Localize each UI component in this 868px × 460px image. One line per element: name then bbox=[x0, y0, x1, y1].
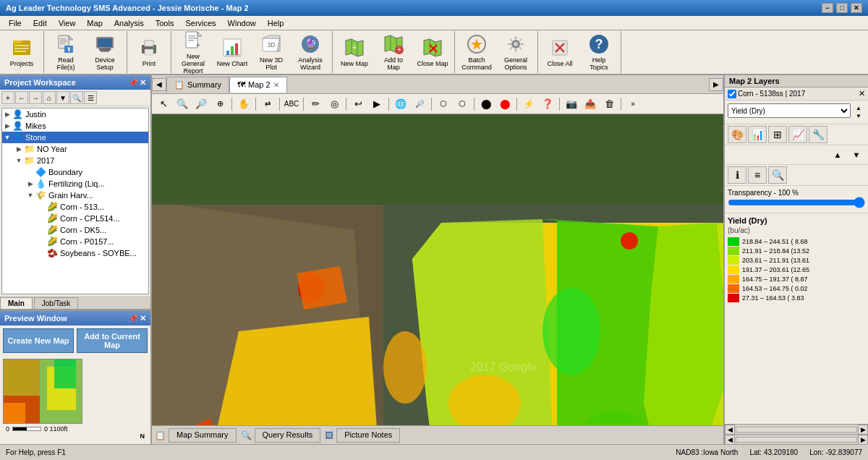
tree-item-boundary[interactable]: 🔷 Boundary bbox=[2, 166, 148, 178]
tree-forward-btn[interactable]: → bbox=[29, 91, 42, 104]
menu-tools[interactable]: Tools bbox=[150, 17, 180, 29]
tree-filter2-btn[interactable]: 🔍 bbox=[70, 91, 83, 104]
tree-item-grain-harv[interactable]: ▼ 🌾 Grain Harv... bbox=[2, 189, 148, 201]
layer-close-icon[interactable]: ✕ bbox=[859, 89, 865, 98]
query-results-tab[interactable]: Query Results bbox=[255, 428, 321, 443]
close-all-button[interactable]: Close All bbox=[541, 32, 579, 72]
map-summary-tab[interactable]: Map Summary bbox=[169, 428, 237, 443]
tab-job-task[interactable]: Job/Task bbox=[34, 297, 78, 309]
layer-arrow-up[interactable]: ▲ bbox=[829, 147, 846, 163]
lightning-tool[interactable]: ⚡ bbox=[520, 96, 537, 112]
batch-command-button[interactable]: Batch Command bbox=[458, 32, 495, 72]
close-window-button[interactable]: ✕ bbox=[851, 3, 862, 13]
project-tree[interactable]: ▶ 👤 Justin ▶ 👤 Mikes ▼ 👤 Stone ▶ 📁 NO Ye… bbox=[1, 108, 149, 294]
minimize-button[interactable]: − bbox=[822, 3, 833, 13]
device-setup-button[interactable]: Device Setup bbox=[86, 32, 124, 72]
layer-type-select[interactable]: Yield (Dry) bbox=[728, 103, 851, 118]
menu-help[interactable]: Help bbox=[262, 17, 290, 29]
label-tool[interactable]: ABC bbox=[283, 96, 300, 112]
tree-item-mikes[interactable]: ▶ 👤 Mikes bbox=[2, 120, 148, 132]
hscroll-track[interactable] bbox=[736, 427, 857, 433]
new-map-button[interactable]: + New Map bbox=[336, 32, 373, 72]
zoom-in-tool[interactable]: 🔍 bbox=[174, 96, 191, 112]
tree-item-soybeans[interactable]: 🫘 Soybeans - SOYBE... bbox=[2, 247, 148, 259]
pan-tool[interactable]: ✋ bbox=[235, 96, 252, 112]
more-tools[interactable]: » bbox=[624, 96, 642, 112]
project-workspace-close-icon[interactable]: ✕ bbox=[140, 78, 146, 88]
layer-scroll-up[interactable]: ▲ bbox=[852, 104, 865, 112]
analysis-wizard-button[interactable]: 🔮 Analysis Wizard bbox=[292, 32, 329, 72]
help-topics-button[interactable]: ? Help Topics bbox=[580, 32, 618, 72]
close-map-button[interactable]: Close Map bbox=[414, 32, 451, 72]
preview-close-icon[interactable]: ✕ bbox=[140, 314, 146, 323]
draw-tool[interactable]: ✏ bbox=[307, 96, 324, 112]
layer-chart-btn[interactable]: 📊 bbox=[748, 126, 767, 143]
redo-tool[interactable]: ▶ bbox=[368, 96, 386, 112]
map2-tab[interactable]: 🗺 Map 2 ✕ bbox=[229, 77, 287, 93]
menu-services[interactable]: Services bbox=[179, 17, 221, 29]
layer-list-btn[interactable]: ≡ bbox=[748, 166, 767, 184]
transparency-slider[interactable] bbox=[728, 197, 865, 208]
layer-zoom-btn[interactable]: 🔍 bbox=[768, 166, 787, 184]
export-tool[interactable]: 📤 bbox=[582, 96, 599, 112]
zoom-out-tool[interactable]: 🔎 bbox=[192, 96, 210, 112]
read-files-button[interactable]: ⬆ Read File(s) bbox=[47, 32, 85, 72]
map-view[interactable]: 2017 Google 0 180ft N 1 bbox=[152, 114, 723, 425]
tree-item-stone[interactable]: ▼ 👤 Stone bbox=[2, 132, 148, 143]
layer-grid-btn[interactable]: ⊞ bbox=[768, 126, 787, 143]
general-options-button[interactable]: General Options bbox=[497, 32, 535, 72]
new-chart-button[interactable]: New Chart bbox=[213, 32, 251, 72]
tree-item-corn-513[interactable]: 🌽 Corn - 513... bbox=[2, 201, 148, 213]
menu-view[interactable]: View bbox=[53, 17, 82, 29]
tab-main[interactable]: Main bbox=[0, 297, 33, 309]
tab-nav-right[interactable]: ▶ bbox=[709, 78, 723, 91]
delete-tool[interactable]: 🗑 bbox=[600, 96, 618, 112]
menu-map[interactable]: Map bbox=[81, 17, 108, 29]
help-tool[interactable]: ❓ bbox=[539, 96, 556, 112]
layer-visibility-checkbox[interactable] bbox=[728, 90, 736, 98]
layer-info-btn[interactable]: ℹ bbox=[728, 166, 746, 184]
tree-list-btn[interactable]: ☰ bbox=[84, 91, 97, 104]
hex-tool-1[interactable]: ⬡ bbox=[435, 96, 452, 112]
picture-notes-tab[interactable]: Picture Notes bbox=[336, 428, 400, 443]
menu-analysis[interactable]: Analysis bbox=[109, 17, 150, 29]
map2-tab-close[interactable]: ✕ bbox=[273, 81, 279, 89]
add-to-current-map-button[interactable]: Add to Current Map bbox=[77, 328, 148, 353]
tree-item-2017[interactable]: ▼ 📁 2017 bbox=[2, 155, 148, 166]
create-new-map-button[interactable]: Create New Map bbox=[3, 328, 74, 353]
hscroll-left[interactable]: ◀ bbox=[725, 425, 735, 435]
layer-bar-chart-btn[interactable]: 📈 bbox=[788, 126, 807, 143]
snapshot-tool[interactable]: 📷 bbox=[563, 96, 580, 112]
zoom-rect-tool[interactable]: ⊕ bbox=[211, 96, 229, 112]
hscroll2-left[interactable]: ◀ bbox=[725, 435, 735, 445]
menu-edit[interactable]: Edit bbox=[27, 17, 53, 29]
maximize-button[interactable]: □ bbox=[836, 3, 848, 13]
layer-palette-btn[interactable]: 🎨 bbox=[728, 126, 746, 143]
layer-filter-btn[interactable]: 🔧 bbox=[809, 126, 827, 143]
tree-item-corn-p0157[interactable]: 🌽 Corn - P0157... bbox=[2, 236, 148, 247]
new-general-report-button[interactable]: + New GeneralReport bbox=[174, 32, 212, 72]
add-to-map-button[interactable]: + Add to Map bbox=[375, 32, 412, 72]
tree-item-corn-cpl514[interactable]: 🌽 Corn - CPL514... bbox=[2, 213, 148, 224]
tree-new-btn[interactable]: + bbox=[1, 91, 14, 104]
hscroll2-right[interactable]: ▶ bbox=[858, 435, 868, 445]
preview-pin-icon[interactable]: 📌 bbox=[128, 314, 138, 323]
polygon-tool[interactable]: ◎ bbox=[326, 96, 343, 112]
tab-nav-left[interactable]: ◀ bbox=[152, 78, 166, 91]
undo-tool[interactable]: ↩ bbox=[349, 96, 367, 112]
select-tool[interactable]: ↖ bbox=[155, 96, 172, 112]
tree-item-justin[interactable]: ▶ 👤 Justin bbox=[2, 108, 148, 120]
project-workspace-pin[interactable]: 📌 bbox=[128, 78, 138, 88]
tree-item-fertilizing[interactable]: ▶ 💧 Fertilizing (Liq... bbox=[2, 178, 148, 189]
measure-tool[interactable]: ⇄ bbox=[259, 96, 276, 112]
tree-item-corn-dk5[interactable]: 🌽 Corn - DK5... bbox=[2, 224, 148, 236]
summary-tab[interactable]: 📋 Summary bbox=[166, 77, 229, 93]
projects-button[interactable]: Projects bbox=[3, 32, 41, 72]
tree-home-btn[interactable]: ⌂ bbox=[43, 91, 56, 104]
zoom-extent-tool[interactable]: 🔎 bbox=[411, 96, 428, 112]
tree-back-btn[interactable]: ← bbox=[15, 91, 28, 104]
circle-tool[interactable]: ⬤ bbox=[477, 96, 495, 112]
hscroll2-track[interactable] bbox=[736, 437, 857, 443]
globe-tool[interactable]: 🌐 bbox=[392, 96, 409, 112]
tree-filter-btn[interactable]: ▼ bbox=[56, 91, 69, 104]
